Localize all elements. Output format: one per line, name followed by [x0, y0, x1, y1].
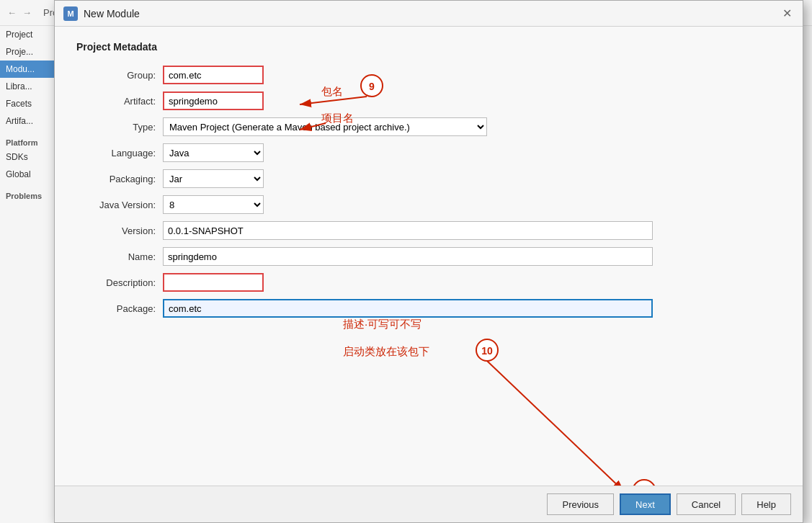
- package-input[interactable]: [163, 299, 653, 318]
- language-select[interactable]: Java: [163, 143, 264, 162]
- modal-title-left: M New Module: [63, 6, 140, 21]
- type-select[interactable]: Maven Project (Generate a Maven based pr…: [163, 117, 487, 136]
- cancel-button[interactable]: Cancel: [677, 493, 736, 515]
- sidebar-item-facets[interactable]: Facets: [0, 95, 57, 112]
- modal-titlebar: M New Module ✕: [55, 1, 803, 27]
- artifact-row: Artifact:: [76, 91, 781, 110]
- sidebar-item-project2[interactable]: Proje...: [0, 43, 57, 61]
- platform-section: Platform: [0, 134, 57, 148]
- sidebar-item-module[interactable]: Modu...: [0, 61, 57, 78]
- sidebar-item-sdks[interactable]: SDKs: [0, 148, 57, 166]
- sidebar-item-artifacts[interactable]: Artifa...: [0, 112, 57, 130]
- help-button[interactable]: Help: [741, 493, 791, 515]
- svg-text:10: 10: [481, 345, 493, 357]
- version-input[interactable]: [163, 221, 653, 240]
- description-input[interactable]: [163, 273, 264, 292]
- next-button[interactable]: Next: [620, 493, 671, 515]
- artifact-input[interactable]: [163, 91, 264, 110]
- description-label: Description:: [76, 277, 163, 288]
- version-label: Version:: [76, 225, 163, 236]
- group-label: Group:: [76, 70, 163, 81]
- close-button[interactable]: ✕: [780, 6, 794, 21]
- java-version-row: Java Version: 8: [76, 195, 781, 214]
- ide-sidebar: Project Proje... Modu... Libra... Facets…: [0, 26, 58, 523]
- svg-text:描述·可写可不写: 描述·可写可不写: [343, 318, 421, 330]
- name-input[interactable]: [163, 247, 653, 266]
- sidebar-item-project[interactable]: Project: [0, 26, 57, 43]
- group-input[interactable]: [163, 66, 264, 84]
- language-row: Language: Java: [76, 143, 781, 162]
- svg-point-11: [633, 480, 656, 486]
- svg-line-10: [487, 361, 624, 486]
- type-label: Type:: [76, 122, 163, 133]
- type-row: Type: Maven Project (Generate a Maven ba…: [76, 117, 781, 136]
- package-row: Package:: [76, 299, 781, 318]
- packaging-select[interactable]: Jar: [163, 169, 264, 188]
- new-module-dialog: M New Module ✕ Project Metadata Group: A…: [54, 0, 803, 523]
- modal-icon: M: [63, 6, 78, 21]
- svg-point-8: [476, 339, 498, 361]
- svg-text:启动类放在该包下: 启动类放在该包下: [343, 345, 429, 357]
- packaging-label: Packaging:: [76, 174, 163, 184]
- name-row: Name:: [76, 247, 781, 266]
- java-version-label: Java Version:: [76, 200, 163, 210]
- packaging-row: Packaging: Jar: [76, 169, 781, 188]
- language-label: Language:: [76, 148, 163, 158]
- problems-section: Problems: [0, 187, 57, 202]
- package-label: Package:: [76, 303, 163, 314]
- description-row: Description:: [76, 273, 781, 292]
- version-row: Version:: [76, 221, 781, 240]
- java-version-select[interactable]: 8: [163, 195, 264, 214]
- sidebar-item-libraries[interactable]: Libra...: [0, 78, 57, 95]
- modal-body: Project Metadata Group: Artifact: Type: …: [55, 27, 803, 486]
- ide-nav-forward[interactable]: →: [22, 7, 32, 18]
- ide-nav-back[interactable]: ←: [7, 7, 17, 18]
- modal-title: New Module: [84, 8, 140, 19]
- modal-footer: Previous Next Cancel Help: [55, 486, 803, 522]
- group-row: Group:: [76, 66, 781, 84]
- name-label: Name:: [76, 251, 163, 262]
- sidebar-item-global[interactable]: Global: [0, 166, 57, 183]
- previous-button[interactable]: Previous: [547, 493, 614, 515]
- section-title: Project Metadata: [76, 41, 781, 53]
- artifact-label: Artifact:: [76, 96, 163, 107]
